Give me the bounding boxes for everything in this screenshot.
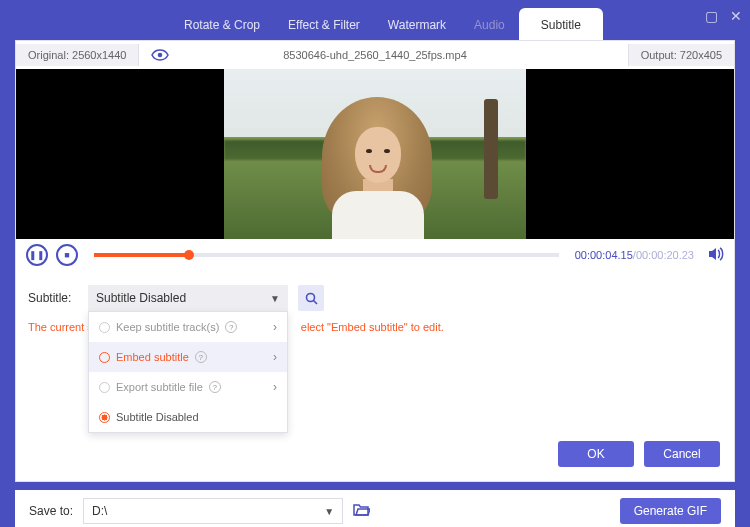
chevron-right-icon: ›: [273, 320, 277, 334]
svg-point-1: [306, 293, 314, 301]
seek-thumb[interactable]: [184, 250, 194, 260]
title-bar: Rotate & Crop Effect & Filter Watermark …: [0, 0, 750, 40]
time-display: 00:00:04.15/00:00:20.23: [575, 249, 694, 261]
svg-line-2: [313, 300, 317, 304]
svg-point-0: [158, 52, 163, 57]
time-duration: 00:00:20.23: [636, 249, 694, 261]
save-bar: Save to: D:\ ▼ Generate GIF: [15, 490, 735, 527]
time-current: 00:00:04.15: [575, 249, 633, 261]
save-path-dropdown[interactable]: D:\ ▼: [83, 498, 343, 524]
chevron-down-icon: ▼: [324, 506, 334, 517]
help-icon[interactable]: ?: [225, 321, 237, 333]
tab-audio[interactable]: Audio: [460, 8, 519, 40]
minimize-button[interactable]: ▢: [705, 8, 718, 24]
help-icon[interactable]: ?: [195, 351, 207, 363]
subtitle-selected-value: Subtitle Disabled: [96, 291, 186, 305]
search-subtitle-button[interactable]: [298, 285, 324, 311]
subtitle-label: Subtitle:: [28, 291, 78, 305]
subtitle-option-export[interactable]: Export subtitle file ? ›: [89, 372, 287, 402]
chevron-right-icon: ›: [273, 380, 277, 394]
subtitle-option-disabled[interactable]: Subtitle Disabled: [89, 402, 287, 432]
seek-bar[interactable]: [94, 253, 559, 257]
generate-gif-button[interactable]: Generate GIF: [620, 498, 721, 524]
subtitle-option-keep[interactable]: Keep subtitle track(s) ? ›: [89, 312, 287, 342]
subtitle-dropdown-menu: Keep subtitle track(s) ? › Embed subtitl…: [88, 311, 288, 433]
radio-icon: [99, 412, 110, 423]
output-resolution: Output: 720x405: [628, 44, 734, 66]
info-bar: Original: 2560x1440 8530646-uhd_2560_144…: [16, 41, 734, 69]
tab-subtitle[interactable]: Subtitle: [519, 8, 603, 40]
save-to-label: Save to:: [29, 504, 73, 518]
radio-icon: [99, 352, 110, 363]
subtitle-option-embed[interactable]: Embed subtitle ? ›: [89, 342, 287, 372]
editor-panel: Original: 2560x1440 8530646-uhd_2560_144…: [15, 40, 735, 482]
close-button[interactable]: ✕: [730, 8, 742, 24]
radio-icon: [99, 382, 110, 393]
chevron-down-icon: ▼: [270, 293, 280, 304]
preview-eye-icon[interactable]: [151, 47, 169, 64]
tab-watermark[interactable]: Watermark: [374, 8, 460, 40]
stop-button[interactable]: ■: [56, 244, 78, 266]
tab-effect-filter[interactable]: Effect & Filter: [274, 8, 374, 40]
ok-button[interactable]: OK: [558, 441, 634, 467]
playback-controls: ❚❚ ■ 00:00:04.15/00:00:20.23: [16, 239, 734, 271]
save-path-value: D:\: [92, 504, 107, 518]
filename-label: 8530646-uhd_2560_1440_25fps.mp4: [283, 49, 467, 61]
dialog-footer: OK Cancel: [16, 431, 734, 481]
volume-icon[interactable]: [708, 247, 724, 264]
tab-rotate-crop[interactable]: Rotate & Crop: [170, 8, 274, 40]
video-preview: [16, 69, 734, 239]
help-icon[interactable]: ?: [209, 381, 221, 393]
radio-icon: [99, 322, 110, 333]
subtitle-dropdown[interactable]: Subtitle Disabled ▼: [88, 285, 288, 311]
pause-button[interactable]: ❚❚: [26, 244, 48, 266]
subtitle-section: Subtitle: Subtitle Disabled ▼ The curren…: [16, 271, 734, 431]
browse-folder-button[interactable]: [353, 503, 370, 520]
chevron-right-icon: ›: [273, 350, 277, 364]
video-frame: [224, 69, 526, 239]
cancel-button[interactable]: Cancel: [644, 441, 720, 467]
original-resolution: Original: 2560x1440: [16, 44, 139, 66]
